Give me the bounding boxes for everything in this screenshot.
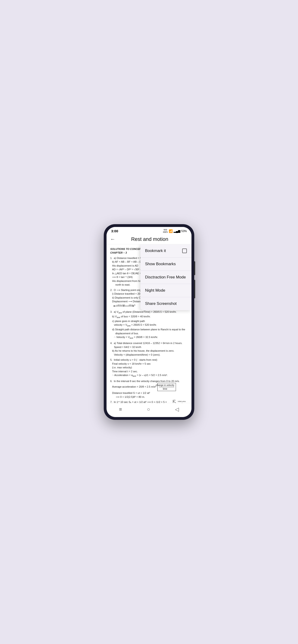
dropdown-show-bookmarks[interactable]: Show Bookmarks	[140, 258, 191, 271]
page-title: Rest and motion	[117, 236, 182, 242]
axis-diagram: (-20 m, 0) O (20 m, 0)	[112, 304, 135, 308]
signal-bars: ▂▄▆	[174, 229, 180, 233]
back-button[interactable]: ←	[110, 236, 115, 242]
app-header: ← Rest and motion	[107, 234, 191, 244]
dropdown-share-screenshot[interactable]: Share Screenshot	[140, 297, 191, 310]
solution-4: 4. a) Total distance covered 12416 – 123…	[110, 341, 188, 356]
home-button[interactable]: ○	[142, 406, 155, 413]
status-icons: 503KB/S 📶 ▂▄▆ 53%	[163, 229, 187, 234]
solution-5: 5. Initial velocity u = 0 (∴ starts from…	[110, 358, 188, 378]
back-nav-button[interactable]: ◁	[170, 406, 184, 413]
svg-text:(-20 m, 0): (-20 m, 0)	[117, 304, 124, 306]
dropdown-night-mode[interactable]: Night Mode	[140, 284, 191, 297]
svg-point-6	[123, 306, 124, 306]
bottom-nav: ≡ ○ ◁	[107, 403, 191, 417]
svg-text:20: 20	[174, 400, 175, 401]
wifi-icon: 📶	[169, 229, 173, 233]
volume-button-1[interactable]	[194, 261, 195, 275]
phone-screen: 3:00 503KB/S 📶 ▂▄▆ 53% ← Rest and motion…	[107, 227, 191, 417]
night-mode-label: Night Mode	[145, 288, 165, 293]
status-bar: 3:00 503KB/S 📶 ▂▄▆ 53%	[107, 227, 191, 234]
status-time: 3:00	[111, 229, 118, 233]
velocity-graph-6: 20 10 8 Initial velocity u = 0 Time in s…	[171, 399, 186, 403]
show-bookmarks-label: Show Bookmarks	[145, 262, 176, 266]
volume-button-2[interactable]	[194, 280, 195, 298]
solution-3: 3. a) Vave of plane (Distance/Time) = 26…	[110, 310, 188, 340]
dropdown-bookmark[interactable]: Bookmark it	[140, 244, 191, 258]
content-area[interactable]: SOLUTIONS TO CONCEPTSCHAPTER – 3 1. a) D…	[107, 244, 191, 403]
formula-box: change in velocitytime	[157, 383, 176, 391]
dropdown-menu: Bookmark it Show Bookmarks Disctraction …	[140, 244, 191, 310]
svg-text:O: O	[124, 304, 125, 306]
battery-pct: 53%	[181, 230, 187, 233]
dropdown-distraction-free[interactable]: Disctraction Free Mode	[140, 271, 191, 284]
bookmark-checkbox[interactable]	[182, 248, 187, 253]
svg-marker-2	[113, 305, 115, 307]
svg-text:u = 0: u = 0	[179, 402, 183, 403]
svg-text:Initial velocity: Initial velocity	[178, 400, 186, 402]
phone-frame: 3:00 503KB/S 📶 ▂▄▆ 53% ← Rest and motion…	[104, 224, 194, 420]
svg-text:(20 m, 0): (20 m, 0)	[129, 304, 135, 306]
bookmark-label: Bookmark it	[145, 248, 166, 253]
solution-6: 6. In the interval 8 sec the velocity ch…	[110, 379, 188, 399]
menu-button[interactable]: ≡	[114, 406, 127, 413]
network-speed: 503KB/S	[163, 229, 168, 234]
share-screenshot-label: Share Screenshot	[145, 301, 177, 306]
distraction-free-label: Disctraction Free Mode	[145, 275, 186, 280]
